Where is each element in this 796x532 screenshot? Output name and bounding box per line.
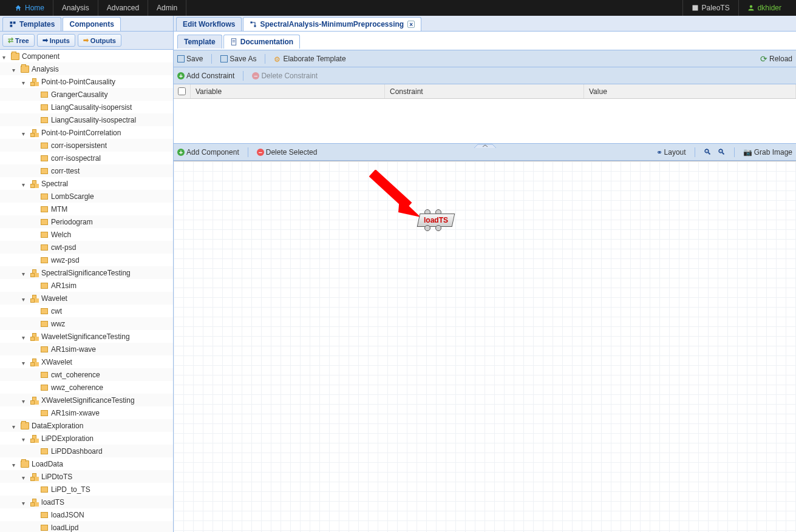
tab-components[interactable]: Components [63, 17, 120, 31]
minus-icon: – [252, 72, 259, 79]
workflow-icon [250, 21, 257, 28]
tree-node[interactable]: LiPDExploration [0, 432, 173, 445]
view-inputs-button[interactable]: ➡ Inputs [37, 34, 75, 47]
nav-advanced[interactable]: Advanced [98, 0, 148, 16]
tree-node[interactable]: LiangCausality-isospectral [0, 113, 173, 126]
tab-edit-workflows[interactable]: Edit Workflows [176, 17, 242, 31]
tree-node[interactable]: LiPDDashboard [0, 445, 173, 457]
tree-node[interactable]: loadJSON [0, 508, 173, 521]
plus-icon: + [177, 149, 185, 156]
tree-node[interactable]: LoadData [0, 457, 173, 470]
delete-selected-button[interactable]: –Delete Selected [257, 148, 318, 157]
view-outputs-button[interactable]: ➡ Outputs [78, 34, 121, 47]
nav-analysis[interactable]: Analysis [53, 0, 98, 16]
tree-node-loadts[interactable]: loadTS [0, 496, 173, 508]
tree-node-analysis[interactable]: Analysis [0, 62, 173, 75]
subtab-documentation[interactable]: Documentation [223, 35, 300, 49]
tree-node[interactable]: LiangCausality-isopersist [0, 101, 173, 113]
tree-node[interactable]: AR1sim [0, 279, 173, 292]
component-icon [40, 448, 49, 455]
user-menu[interactable]: dkhider [738, 0, 790, 16]
tree-node[interactable]: wwz_coherence [0, 381, 173, 394]
class-icon [30, 359, 39, 366]
tree-node[interactable]: Point-to-PointCausality [0, 75, 173, 88]
tree-node[interactable]: AR1sim-wave [0, 343, 173, 355]
col-variable[interactable]: Variable [191, 84, 385, 98]
save-button[interactable]: Save [177, 55, 203, 63]
tree-node[interactable]: wwz [0, 317, 173, 330]
delete-constraint-button[interactable]: –Delete Constraint [252, 72, 318, 80]
tree-node[interactable]: cwt-psd [0, 241, 173, 254]
elaborate-button[interactable]: ⚙Elaborate Template [274, 55, 345, 63]
svg-rect-4 [10, 25, 13, 27]
subtab-template[interactable]: Template [177, 35, 222, 49]
tree-node[interactable]: wwz-psd [0, 254, 173, 266]
col-value[interactable]: Value [584, 84, 796, 98]
tree-node[interactable]: Welch [0, 228, 173, 241]
tree-node[interactable]: corr-isopersistent [0, 139, 173, 152]
constraints-grid-body [174, 99, 796, 143]
tab-templates[interactable]: Templates [2, 17, 61, 31]
tree-node[interactable]: WaveletSignificanceTesting [0, 330, 173, 343]
component-tree[interactable]: Component Analysis Point-to-PointCausali… [0, 50, 173, 532]
tree-node[interactable]: LombScargle [0, 190, 173, 203]
tree-node[interactable]: Spectral [0, 177, 173, 190]
svg-rect-0 [692, 5, 698, 11]
node-port[interactable] [424, 225, 430, 231]
zoom-out-icon: 🔍︎ [718, 147, 726, 157]
tree-node[interactable]: loadLipd [0, 521, 173, 532]
zoom-in-button[interactable]: 🔍︎ [704, 147, 712, 157]
tree-node[interactable]: GrangerCausality [0, 88, 173, 101]
component-icon [40, 206, 49, 213]
camera-icon: 📷 [743, 148, 752, 157]
layout-icon: ⚭ [656, 148, 662, 157]
nav-admin[interactable]: Admin [148, 0, 186, 16]
folder-icon [11, 53, 19, 60]
tree-node[interactable]: corr-isospectral [0, 152, 173, 164]
tree-node[interactable]: Point-to-PointCorrelation [0, 126, 173, 139]
tree-node[interactable]: AR1sim-xwave [0, 406, 173, 419]
col-constraint[interactable]: Constraint [385, 84, 584, 98]
tree-node[interactable]: SpectralSignificanceTesting [0, 266, 173, 279]
folder-icon [21, 460, 29, 468]
constraints-grid-header: Variable Constraint Value [174, 84, 796, 99]
layout-button[interactable]: ⚭Layout [656, 148, 686, 157]
add-component-button[interactable]: +Add Component [177, 148, 239, 157]
reload-button[interactable]: ⟳Reload [760, 54, 792, 64]
nav-home[interactable]: Home [6, 0, 53, 16]
svg-rect-3 [13, 22, 16, 24]
component-icon [40, 524, 49, 531]
tree-node[interactable]: XWavelet [0, 355, 173, 368]
tree-node[interactable]: LiPDtoTS [0, 470, 173, 483]
node-port[interactable] [435, 225, 441, 231]
view-tree-button[interactable]: ⇄ Tree [2, 34, 35, 47]
tree-node[interactable]: XWaveletSignificanceTesting [0, 394, 173, 406]
workflow-canvas[interactable]: loadTS [174, 161, 796, 532]
tree-node[interactable]: corr-ttest [0, 164, 173, 177]
component-icon [40, 320, 49, 328]
add-constraint-button[interactable]: +Add Constraint [177, 72, 234, 80]
tab-workflow[interactable]: SpectralAnalysis-MinimumPreprocessing × [243, 17, 421, 31]
constraints-panel: +Add Constraint –Delete Constraint Varia… [174, 67, 796, 144]
app-name[interactable]: PaleoTS [682, 0, 738, 16]
tree-node[interactable]: cwt_coherence [0, 368, 173, 381]
tree-node[interactable]: LiPD_to_TS [0, 483, 173, 496]
panel-collapse-handle[interactable] [473, 143, 497, 148]
tree-node[interactable]: Periodogram [0, 215, 173, 228]
left-panel: Templates Components ⇄ Tree ➡ Inputs ➡ O… [0, 16, 174, 532]
save-as-button[interactable]: Save As [220, 55, 256, 63]
select-all-checkbox[interactable] [174, 84, 191, 98]
tab-close-icon[interactable]: × [407, 21, 415, 28]
svg-rect-5 [251, 22, 253, 24]
tree-node[interactable]: Wavelet [0, 292, 173, 305]
grab-image-button[interactable]: 📷Grab Image [743, 148, 792, 157]
canvas-node-loadts[interactable]: loadTS [418, 214, 454, 227]
tree-node[interactable]: MTM [0, 203, 173, 215]
tree-node[interactable]: DataExploration [0, 419, 173, 432]
component-icon [40, 511, 49, 519]
component-icon [40, 193, 49, 200]
tree-node[interactable]: cwt [0, 305, 173, 317]
tree-node-component[interactable]: Component [0, 50, 173, 62]
zoom-out-button[interactable]: 🔍︎ [718, 147, 726, 157]
tree-icon: ⇄ [8, 36, 13, 44]
